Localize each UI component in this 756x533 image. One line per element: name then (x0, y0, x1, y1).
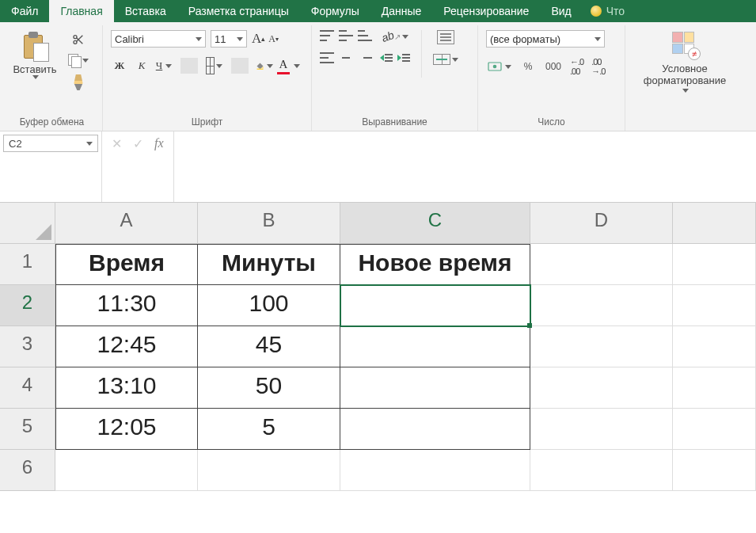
cell-E3[interactable] (673, 326, 756, 367)
cell-A5[interactable]: 12:05 (55, 409, 198, 450)
tab-file[interactable]: Файл (0, 0, 49, 22)
tab-page-layout[interactable]: Разметка страницы (177, 0, 300, 22)
cell-E6[interactable] (673, 450, 756, 491)
cell-D3[interactable] (530, 326, 673, 367)
tab-review[interactable]: Рецензирование (432, 0, 540, 22)
cell-D5[interactable] (530, 409, 673, 450)
cell-A3[interactable]: 12:45 (55, 326, 198, 367)
underline-button[interactable]: Ч (155, 57, 173, 74)
grow-font-icon: A (252, 31, 261, 47)
cell-A6[interactable] (55, 450, 198, 491)
number-format-combo[interactable]: (все форматы) (486, 30, 605, 48)
row-header-5[interactable]: 5 (0, 409, 55, 450)
cancel-formula-button[interactable]: ✕ (112, 136, 122, 151)
tab-view[interactable]: Вид (540, 0, 582, 22)
tab-insert[interactable]: Вставка (114, 0, 177, 22)
cell-C4[interactable] (340, 367, 530, 409)
cell-D4[interactable] (530, 367, 673, 409)
row-header-4[interactable]: 4 (0, 367, 55, 409)
copy-button[interactable] (68, 54, 89, 67)
tell-me[interactable]: Что (583, 0, 633, 22)
cell-E4[interactable] (673, 367, 756, 409)
increase-indent-button[interactable] (397, 54, 410, 62)
format-painter-button[interactable] (72, 74, 85, 90)
cell-A1[interactable]: Время (55, 244, 198, 285)
number-format-value: (все форматы) (490, 33, 560, 45)
fill-color-button[interactable] (256, 57, 274, 74)
decrease-indent-button[interactable] (380, 54, 393, 62)
insert-function-button[interactable]: fx (154, 136, 164, 150)
italic-button[interactable]: К (133, 57, 150, 74)
tab-data[interactable]: Данные (370, 0, 433, 22)
cell-B6[interactable] (198, 450, 340, 491)
cell-A2[interactable]: 11:30 (55, 285, 198, 326)
font-size-combo[interactable]: 11 (211, 30, 247, 48)
cell-A4[interactable]: 13:10 (55, 367, 198, 409)
separator (421, 30, 422, 78)
accounting-format-button[interactable] (486, 59, 511, 74)
valign-bottom-button[interactable] (358, 30, 372, 41)
wrap-text-button[interactable] (437, 30, 454, 44)
cell-B1[interactable]: Минуты (198, 244, 340, 285)
formula-input[interactable] (173, 131, 756, 202)
enter-formula-button[interactable]: ✓ (133, 136, 143, 151)
cell-C3[interactable] (340, 326, 530, 367)
cell-B3[interactable]: 45 (198, 326, 340, 367)
cell-B2[interactable]: 100 (198, 285, 340, 326)
bold-button[interactable]: Ж (111, 57, 128, 74)
row-header-2[interactable]: 2 (0, 285, 55, 326)
cell-C1[interactable]: Новое время (340, 244, 530, 285)
ribbon-tabs: Файл Главная Вставка Разметка страницы Ф… (0, 0, 756, 22)
orientation-button[interactable]: ab↗ (382, 30, 408, 43)
cell-C2[interactable] (340, 285, 530, 326)
grow-font-button[interactable]: A▴ (252, 31, 265, 47)
worksheet-grid[interactable]: A B C D 1 Время Минуты Новое время 2 11:… (0, 203, 756, 491)
cell-E2[interactable] (673, 285, 756, 326)
decrease-decimal-icon: .00→.0 (591, 57, 605, 76)
col-header-B[interactable]: B (198, 203, 340, 244)
borders-button[interactable] (206, 57, 223, 74)
cell-D2[interactable] (530, 285, 673, 326)
paste-button[interactable]: Вставить (9, 30, 60, 79)
halign-right-button[interactable] (358, 52, 372, 63)
decrease-decimal-button[interactable]: .00→.0 (591, 57, 605, 76)
cell-D6[interactable] (530, 450, 673, 491)
chevron-down-icon (237, 37, 243, 41)
tab-home[interactable]: Главная (49, 0, 113, 22)
font-name-combo[interactable]: Calibri (111, 30, 206, 48)
shrink-font-button[interactable]: A▾ (270, 33, 279, 45)
valign-middle-button[interactable] (339, 30, 353, 41)
cut-button[interactable] (72, 33, 85, 46)
conditional-formatting-button[interactable]: ≠ Условное форматирование (644, 30, 726, 93)
merge-center-button[interactable] (433, 54, 458, 65)
row-header-1[interactable]: 1 (0, 244, 55, 285)
increase-decimal-icon: ←.0.00 (570, 57, 583, 76)
col-header-blank[interactable] (673, 203, 756, 244)
shrink-font-icon: A (268, 33, 275, 45)
cell-E1[interactable] (673, 244, 756, 285)
row-header-6[interactable]: 6 (0, 450, 55, 491)
cell-B4[interactable]: 50 (198, 367, 340, 409)
cell-B5[interactable]: 5 (198, 409, 340, 450)
comma-style-button[interactable]: 000 (545, 59, 562, 74)
paste-label: Вставить (13, 63, 56, 75)
row-header-3[interactable]: 3 (0, 326, 55, 367)
cell-C5[interactable] (340, 409, 530, 450)
col-header-A[interactable]: A (55, 203, 198, 244)
cell-E5[interactable] (673, 409, 756, 450)
col-header-D[interactable]: D (530, 203, 673, 244)
valign-top-button[interactable] (320, 30, 334, 41)
select-all-corner[interactable] (0, 203, 55, 244)
name-box[interactable]: C2 (3, 135, 98, 152)
font-color-button[interactable]: A (279, 57, 296, 74)
halign-left-button[interactable] (320, 52, 334, 63)
cell-C6[interactable] (340, 450, 530, 491)
col-header-C[interactable]: C (340, 203, 530, 244)
halign-center-button[interactable] (339, 52, 353, 63)
tab-formulas[interactable]: Формулы (300, 0, 370, 22)
valign-top-icon (320, 30, 334, 41)
percent-style-button[interactable]: % (519, 59, 537, 74)
increase-decimal-button[interactable]: ←.0.00 (570, 57, 583, 76)
rotate-text-icon: ab (380, 29, 396, 44)
cell-D1[interactable] (530, 244, 673, 285)
